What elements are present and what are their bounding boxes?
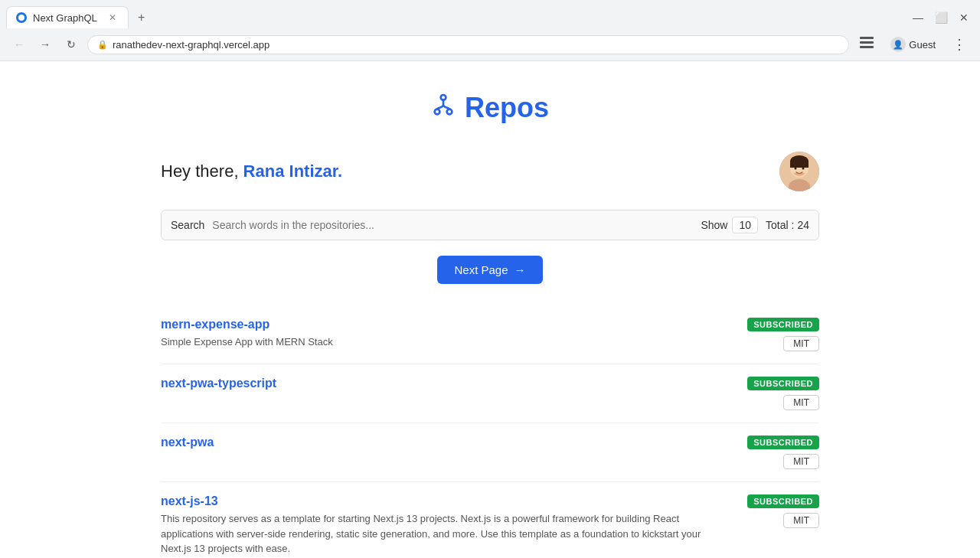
repo-left: next-js-13This repository serves as a te… [161,494,723,556]
greeting-section: Hey there, Rana Intizar. [161,152,819,191]
repo-name[interactable]: next-js-13 [161,494,723,508]
back-button[interactable]: ← [9,34,29,54]
svg-rect-1 [860,41,874,44]
page-content: Repos Hey there, Rana Intizar. [145,61,835,558]
profile-button[interactable]: 👤 Guest [884,34,942,55]
tab-bar: Next GraphQL ✕ + — ⬜ ✕ [0,0,980,28]
total-label: Total : [766,219,794,231]
title-section: Repos [161,92,819,124]
search-input[interactable] [212,219,693,231]
repo-right: SUBSCRIBEDMIT [735,377,819,410]
subscribed-badge: SUBSCRIBED [747,377,819,390]
tab-close-button[interactable]: ✕ [106,11,119,24]
svg-rect-9 [790,162,808,168]
repo-name[interactable]: next-pwa [161,436,723,449]
svg-rect-0 [860,37,874,39]
repo-left: next-pwa-typescript [161,377,723,393]
license-badge: MIT [783,513,819,528]
greeting-text: Hey there, Rana Intizar. [161,162,342,181]
tab-favicon [16,12,27,23]
repo-list: mern-expense-appSimple Expense App with … [161,305,819,558]
reload-button[interactable]: ↻ [61,34,81,54]
show-section: Show 10 [701,217,758,233]
repo-description: This repository serves as a template for… [161,511,723,556]
repo-item: next-pwaSUBSCRIBEDMIT [161,423,819,482]
svg-point-11 [795,168,797,170]
url-text: ranathedev-next-graphql.vercel.app [113,39,839,51]
browser-controls: ← → ↻ 🔒 ranathedev-next-graphql.vercel.a… [0,28,980,60]
subscribed-badge: SUBSCRIBED [747,436,819,449]
repo-right: SUBSCRIBEDMIT [735,436,819,469]
search-label: Search [171,219,204,231]
browser-chrome: Next GraphQL ✕ + — ⬜ ✕ ← → ↻ 🔒 ranathede… [0,0,980,61]
forward-button[interactable]: → [35,34,55,54]
total-section: Total : 24 [766,219,809,231]
profile-icon: 👤 [890,37,906,52]
maximize-button[interactable]: ⬜ [931,8,951,28]
license-badge: MIT [783,336,819,351]
sidebar-button[interactable] [855,34,878,55]
show-label: Show [701,219,727,231]
license-badge: MIT [783,395,819,410]
repo-right: SUBSCRIBEDMIT [735,494,819,528]
chrome-menu-button[interactable]: ⋮ [948,33,971,56]
lock-icon: 🔒 [97,40,108,50]
repo-item: next-pwa-typescriptSUBSCRIBEDMIT [161,364,819,423]
svg-rect-2 [860,46,874,48]
active-tab[interactable]: Next GraphQL ✕ [6,6,129,28]
title-text: Repos [465,92,549,124]
search-bar: Search Show 10 Total : 24 [161,210,819,240]
fork-icon [431,93,456,123]
repo-description: Simple Expense App with MERN Stack [161,334,723,350]
repo-left: mern-expense-appSimple Expense App with … [161,318,723,350]
new-tab-button[interactable]: + [132,8,151,28]
repo-item: next-js-13This repository serves as a te… [161,482,819,558]
repo-left: next-pwa [161,436,723,452]
repo-name[interactable]: next-pwa-typescript [161,377,723,390]
minimize-button[interactable]: — [908,8,928,28]
next-page-button[interactable]: Next Page → [437,256,542,284]
svg-point-12 [802,168,805,170]
greeting-name: Rana Intizar. [243,162,343,181]
subscribed-badge: SUBSCRIBED [747,494,819,508]
repo-right: SUBSCRIBEDMIT [735,318,819,351]
repo-name[interactable]: mern-expense-app [161,318,723,331]
license-badge: MIT [783,454,819,469]
close-window-button[interactable]: ✕ [954,8,974,28]
avatar [779,152,819,191]
next-page-arrow: → [514,263,526,276]
avatar-image [779,152,819,191]
page-title: Repos [161,92,819,124]
address-bar[interactable]: 🔒 ranathedev-next-graphql.vercel.app [87,35,849,54]
total-count: 24 [797,219,809,231]
next-page-section: Next Page → [161,256,819,284]
repo-item: mern-expense-appSimple Expense App with … [161,305,819,364]
greeting-before: Hey there, [161,162,243,181]
show-count: 10 [732,217,758,233]
profile-name: Guest [909,39,936,51]
subscribed-badge: SUBSCRIBED [747,318,819,331]
next-page-label: Next Page [454,263,508,276]
tab-title: Next GraphQL [33,12,97,24]
